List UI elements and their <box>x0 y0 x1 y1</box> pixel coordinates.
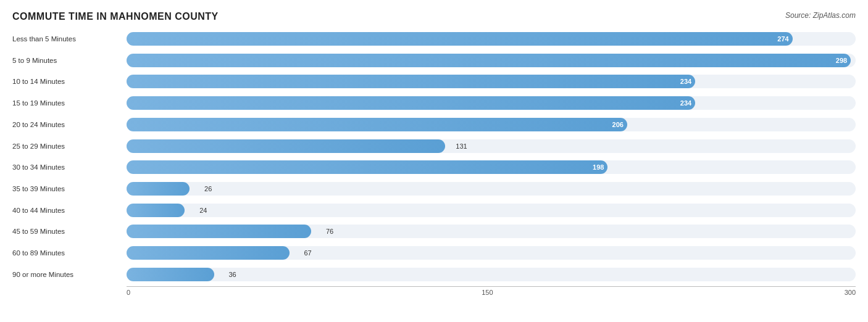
bar-track: 298 <box>127 54 856 67</box>
bar-value: 206 <box>612 121 624 128</box>
bar-track: 206 <box>127 118 856 131</box>
bar-value: 26 <box>204 185 212 192</box>
bars-area: Less than 5 Minutes2745 to 9 Minutes2981… <box>12 30 856 286</box>
bar-fill: 206 <box>127 118 627 131</box>
bar-label: Less than 5 Minutes <box>12 35 127 43</box>
bar-label: 5 to 9 Minutes <box>12 57 127 64</box>
bar-row: 45 to 59 Minutes76 <box>12 222 856 241</box>
bar-label: 30 to 34 Minutes <box>12 163 127 171</box>
bar-row: 20 to 24 Minutes206 <box>12 115 856 134</box>
chart-title: COMMUTE TIME IN MAHNOMEN COUNTY <box>12 11 219 22</box>
bar-track: 26 <box>127 182 856 196</box>
bar-fill: 67 <box>127 246 290 260</box>
bar-value: 234 <box>680 78 691 85</box>
bar-track: 234 <box>127 75 856 88</box>
bar-fill: 24 <box>127 204 185 217</box>
bar-row: 40 to 44 Minutes24 <box>12 201 856 220</box>
chart-container: COMMUTE TIME IN MAHNOMEN COUNTY Source: … <box>0 0 868 322</box>
bar-value: 76 <box>326 228 333 235</box>
bar-track: 234 <box>127 96 856 110</box>
bar-label: 10 to 14 Minutes <box>12 78 127 85</box>
chart-source: Source: ZipAtlas.com <box>785 11 856 20</box>
bar-track: 24 <box>127 204 856 217</box>
bar-label: 90 or more Minutes <box>12 271 127 278</box>
bar-track: 274 <box>127 32 856 46</box>
bar-value: 298 <box>836 57 847 64</box>
bar-fill: 298 <box>127 54 851 67</box>
chart-header: COMMUTE TIME IN MAHNOMEN COUNTY Source: … <box>12 11 856 22</box>
bar-value: 24 <box>199 207 207 214</box>
bar-fill: 198 <box>127 160 607 174</box>
bar-value: 67 <box>304 249 312 257</box>
bar-fill: 76 <box>127 225 311 238</box>
x-label-150: 150 <box>482 289 493 296</box>
bar-row: 60 to 89 Minutes67 <box>12 244 856 262</box>
bar-fill: 131 <box>127 139 445 153</box>
bar-value: 131 <box>456 142 467 150</box>
bar-label: 40 to 44 Minutes <box>12 207 127 214</box>
bar-row: 25 to 29 Minutes131 <box>12 137 856 155</box>
bar-row: 35 to 39 Minutes26 <box>12 180 856 198</box>
bar-track: 198 <box>127 160 856 174</box>
bar-value: 198 <box>593 163 604 171</box>
bar-fill: 234 <box>127 96 695 110</box>
bar-label: 15 to 19 Minutes <box>12 99 127 107</box>
bar-track: 67 <box>127 246 856 260</box>
bar-row: 90 or more Minutes36 <box>12 265 856 284</box>
bar-row: Less than 5 Minutes274 <box>12 30 856 48</box>
bar-fill: 36 <box>127 268 214 281</box>
bar-row: 15 to 19 Minutes234 <box>12 94 856 112</box>
bar-label: 45 to 59 Minutes <box>12 228 127 235</box>
x-label-0: 0 <box>127 289 130 296</box>
bar-row: 10 to 14 Minutes234 <box>12 72 856 91</box>
bar-label: 35 to 39 Minutes <box>12 185 127 192</box>
bar-value: 234 <box>680 99 691 107</box>
bar-track: 131 <box>127 139 856 153</box>
x-label-300: 300 <box>845 289 856 296</box>
bar-fill: 26 <box>127 182 190 196</box>
bar-row: 30 to 34 Minutes198 <box>12 158 856 176</box>
bar-fill: 274 <box>127 32 793 46</box>
chart-body: Less than 5 Minutes2745 to 9 Minutes2981… <box>12 30 856 297</box>
bar-row: 5 to 9 Minutes298 <box>12 51 856 70</box>
bar-fill: 234 <box>127 75 695 88</box>
bar-value: 36 <box>228 271 236 278</box>
bar-track: 36 <box>127 268 856 281</box>
bar-label: 20 to 24 Minutes <box>12 121 127 128</box>
bar-label: 25 to 29 Minutes <box>12 142 127 150</box>
bar-value: 274 <box>777 35 788 43</box>
bar-label: 60 to 89 Minutes <box>12 249 127 257</box>
bar-track: 76 <box>127 225 856 238</box>
